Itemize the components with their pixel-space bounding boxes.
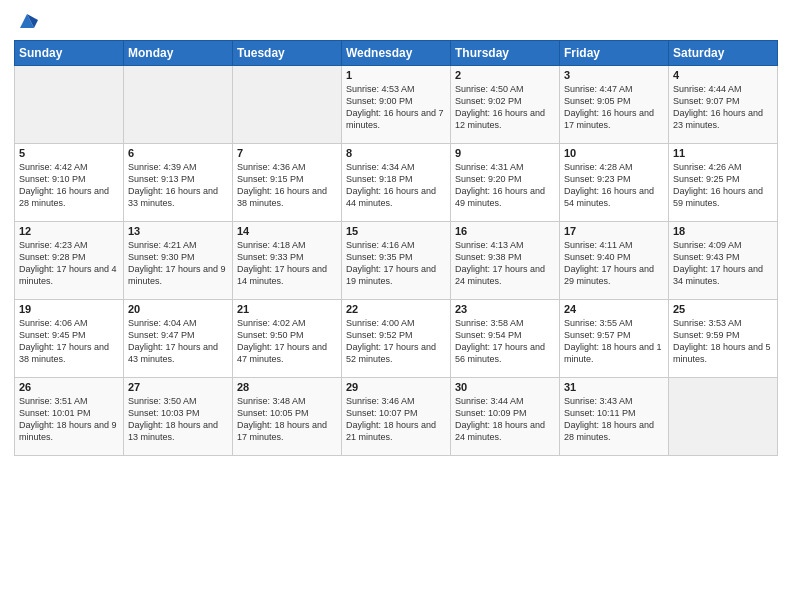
day-number: 3 [564,69,664,81]
day-number: 6 [128,147,228,159]
day-info: Sunrise: 3:44 AM Sunset: 10:09 PM Daylig… [455,395,555,444]
day-number: 20 [128,303,228,315]
logo [14,10,38,32]
day-number: 9 [455,147,555,159]
weekday-header-saturday: Saturday [669,41,778,66]
calendar-cell [124,66,233,144]
day-info: Sunrise: 4:36 AM Sunset: 9:15 PM Dayligh… [237,161,337,210]
day-number: 14 [237,225,337,237]
calendar-table: SundayMondayTuesdayWednesdayThursdayFrid… [14,40,778,456]
day-info: Sunrise: 3:58 AM Sunset: 9:54 PM Dayligh… [455,317,555,366]
day-number: 17 [564,225,664,237]
calendar-cell: 4Sunrise: 4:44 AM Sunset: 9:07 PM Daylig… [669,66,778,144]
calendar-cell: 10Sunrise: 4:28 AM Sunset: 9:23 PM Dayli… [560,144,669,222]
calendar-cell: 24Sunrise: 3:55 AM Sunset: 9:57 PM Dayli… [560,300,669,378]
calendar-cell: 21Sunrise: 4:02 AM Sunset: 9:50 PM Dayli… [233,300,342,378]
calendar-cell: 31Sunrise: 3:43 AM Sunset: 10:11 PM Dayl… [560,378,669,456]
day-info: Sunrise: 4:26 AM Sunset: 9:25 PM Dayligh… [673,161,773,210]
weekday-header-sunday: Sunday [15,41,124,66]
day-info: Sunrise: 4:09 AM Sunset: 9:43 PM Dayligh… [673,239,773,288]
day-info: Sunrise: 4:42 AM Sunset: 9:10 PM Dayligh… [19,161,119,210]
day-info: Sunrise: 4:11 AM Sunset: 9:40 PM Dayligh… [564,239,664,288]
calendar-cell: 8Sunrise: 4:34 AM Sunset: 9:18 PM Daylig… [342,144,451,222]
calendar-cell: 28Sunrise: 3:48 AM Sunset: 10:05 PM Dayl… [233,378,342,456]
day-number: 25 [673,303,773,315]
day-info: Sunrise: 4:02 AM Sunset: 9:50 PM Dayligh… [237,317,337,366]
weekday-header-wednesday: Wednesday [342,41,451,66]
day-info: Sunrise: 4:16 AM Sunset: 9:35 PM Dayligh… [346,239,446,288]
calendar-cell: 19Sunrise: 4:06 AM Sunset: 9:45 PM Dayli… [15,300,124,378]
calendar-cell: 17Sunrise: 4:11 AM Sunset: 9:40 PM Dayli… [560,222,669,300]
day-number: 8 [346,147,446,159]
day-number: 7 [237,147,337,159]
calendar-cell: 26Sunrise: 3:51 AM Sunset: 10:01 PM Dayl… [15,378,124,456]
calendar-cell: 11Sunrise: 4:26 AM Sunset: 9:25 PM Dayli… [669,144,778,222]
calendar-cell: 2Sunrise: 4:50 AM Sunset: 9:02 PM Daylig… [451,66,560,144]
calendar-cell: 25Sunrise: 3:53 AM Sunset: 9:59 PM Dayli… [669,300,778,378]
calendar-cell: 3Sunrise: 4:47 AM Sunset: 9:05 PM Daylig… [560,66,669,144]
logo-icon [16,10,38,32]
day-info: Sunrise: 4:06 AM Sunset: 9:45 PM Dayligh… [19,317,119,366]
day-info: Sunrise: 3:50 AM Sunset: 10:03 PM Daylig… [128,395,228,444]
day-info: Sunrise: 3:48 AM Sunset: 10:05 PM Daylig… [237,395,337,444]
calendar-cell: 1Sunrise: 4:53 AM Sunset: 9:00 PM Daylig… [342,66,451,144]
calendar-cell: 16Sunrise: 4:13 AM Sunset: 9:38 PM Dayli… [451,222,560,300]
day-info: Sunrise: 3:51 AM Sunset: 10:01 PM Daylig… [19,395,119,444]
day-number: 10 [564,147,664,159]
day-info: Sunrise: 3:55 AM Sunset: 9:57 PM Dayligh… [564,317,664,366]
day-info: Sunrise: 4:13 AM Sunset: 9:38 PM Dayligh… [455,239,555,288]
day-info: Sunrise: 3:43 AM Sunset: 10:11 PM Daylig… [564,395,664,444]
calendar-cell: 29Sunrise: 3:46 AM Sunset: 10:07 PM Dayl… [342,378,451,456]
calendar-cell: 18Sunrise: 4:09 AM Sunset: 9:43 PM Dayli… [669,222,778,300]
header [14,10,778,32]
day-info: Sunrise: 4:39 AM Sunset: 9:13 PM Dayligh… [128,161,228,210]
day-number: 31 [564,381,664,393]
day-number: 28 [237,381,337,393]
calendar-cell: 6Sunrise: 4:39 AM Sunset: 9:13 PM Daylig… [124,144,233,222]
weekday-header-thursday: Thursday [451,41,560,66]
calendar-cell: 20Sunrise: 4:04 AM Sunset: 9:47 PM Dayli… [124,300,233,378]
calendar-cell [233,66,342,144]
calendar-cell: 15Sunrise: 4:16 AM Sunset: 9:35 PM Dayli… [342,222,451,300]
day-number: 15 [346,225,446,237]
day-number: 30 [455,381,555,393]
calendar-cell: 9Sunrise: 4:31 AM Sunset: 9:20 PM Daylig… [451,144,560,222]
day-info: Sunrise: 4:50 AM Sunset: 9:02 PM Dayligh… [455,83,555,132]
page: SundayMondayTuesdayWednesdayThursdayFrid… [0,0,792,612]
day-number: 24 [564,303,664,315]
day-info: Sunrise: 3:46 AM Sunset: 10:07 PM Daylig… [346,395,446,444]
day-info: Sunrise: 4:47 AM Sunset: 9:05 PM Dayligh… [564,83,664,132]
day-number: 26 [19,381,119,393]
calendar-cell: 13Sunrise: 4:21 AM Sunset: 9:30 PM Dayli… [124,222,233,300]
calendar-cell: 7Sunrise: 4:36 AM Sunset: 9:15 PM Daylig… [233,144,342,222]
day-info: Sunrise: 3:53 AM Sunset: 9:59 PM Dayligh… [673,317,773,366]
calendar-cell: 23Sunrise: 3:58 AM Sunset: 9:54 PM Dayli… [451,300,560,378]
day-number: 13 [128,225,228,237]
day-number: 27 [128,381,228,393]
day-number: 21 [237,303,337,315]
day-number: 5 [19,147,119,159]
weekday-header-tuesday: Tuesday [233,41,342,66]
calendar-cell: 30Sunrise: 3:44 AM Sunset: 10:09 PM Dayl… [451,378,560,456]
calendar-cell [669,378,778,456]
day-info: Sunrise: 4:53 AM Sunset: 9:00 PM Dayligh… [346,83,446,132]
day-number: 23 [455,303,555,315]
day-info: Sunrise: 4:44 AM Sunset: 9:07 PM Dayligh… [673,83,773,132]
calendar-cell: 22Sunrise: 4:00 AM Sunset: 9:52 PM Dayli… [342,300,451,378]
day-info: Sunrise: 4:28 AM Sunset: 9:23 PM Dayligh… [564,161,664,210]
weekday-header-monday: Monday [124,41,233,66]
day-number: 2 [455,69,555,81]
day-number: 19 [19,303,119,315]
calendar-cell: 14Sunrise: 4:18 AM Sunset: 9:33 PM Dayli… [233,222,342,300]
day-info: Sunrise: 4:04 AM Sunset: 9:47 PM Dayligh… [128,317,228,366]
weekday-header-friday: Friday [560,41,669,66]
day-info: Sunrise: 4:21 AM Sunset: 9:30 PM Dayligh… [128,239,228,288]
day-number: 11 [673,147,773,159]
day-info: Sunrise: 4:23 AM Sunset: 9:28 PM Dayligh… [19,239,119,288]
day-number: 1 [346,69,446,81]
day-number: 12 [19,225,119,237]
calendar-cell: 5Sunrise: 4:42 AM Sunset: 9:10 PM Daylig… [15,144,124,222]
calendar-cell: 12Sunrise: 4:23 AM Sunset: 9:28 PM Dayli… [15,222,124,300]
day-number: 18 [673,225,773,237]
day-number: 29 [346,381,446,393]
